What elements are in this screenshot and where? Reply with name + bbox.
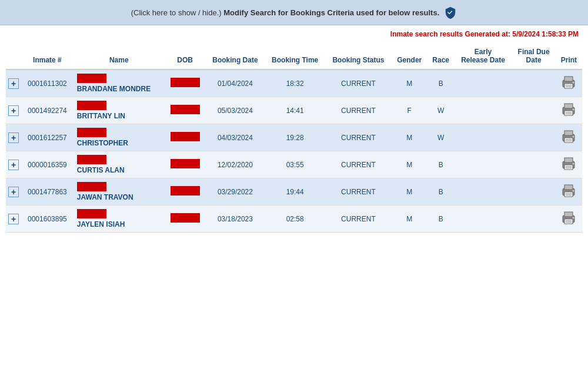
expand-button[interactable]: + xyxy=(8,160,19,170)
booking-status: CURRENT xyxy=(325,178,392,205)
table-container: Inmate # Name DOB Booking Date Booking T… xyxy=(0,43,588,238)
header-booking-status: Booking Status xyxy=(325,43,392,69)
svg-rect-16 xyxy=(566,141,572,142)
booking-time: 19:28 xyxy=(265,124,325,151)
svg-point-35 xyxy=(573,217,574,219)
inmate-dob xyxy=(165,178,206,205)
svg-point-29 xyxy=(573,190,574,192)
svg-rect-22 xyxy=(566,168,572,169)
booking-status: CURRENT xyxy=(325,151,392,178)
svg-rect-4 xyxy=(566,87,572,88)
inmate-race: B xyxy=(427,205,455,233)
final-due-date xyxy=(512,205,555,233)
header-expand xyxy=(6,43,21,69)
redacted-name-block xyxy=(77,209,106,218)
expand-cell: + xyxy=(6,69,21,97)
expand-button[interactable]: + xyxy=(8,187,19,197)
svg-rect-3 xyxy=(566,85,572,86)
print-cell[interactable] xyxy=(556,124,582,151)
print-cell[interactable] xyxy=(556,205,582,233)
header-inmate-num: Inmate # xyxy=(21,43,74,69)
header-booking-time: Booking Time xyxy=(265,43,325,69)
early-release-date xyxy=(455,205,512,233)
booking-status: CURRENT xyxy=(325,97,392,124)
booking-time: 03:55 xyxy=(265,151,325,178)
early-release-date xyxy=(455,151,512,178)
redacted-dob-block xyxy=(171,105,200,114)
inmate-name: CURTIS ALAN xyxy=(74,151,165,178)
inmate-number: 0000016359 xyxy=(21,151,74,178)
booking-date: 12/02/2020 xyxy=(206,151,265,178)
booking-date: 05/03/2024 xyxy=(206,97,265,124)
inmate-race: W xyxy=(427,97,455,124)
generated-label: Inmate search results Generated at: 5/9/… xyxy=(390,30,579,38)
booking-date: 03/29/2022 xyxy=(206,178,265,205)
inmate-name: BRITTANY LIN xyxy=(74,97,165,124)
booking-status: CURRENT xyxy=(325,69,392,97)
booking-time: 14:41 xyxy=(265,97,325,124)
inmate-gender: M xyxy=(392,178,427,205)
inmate-name: BRANDANE MONDRE xyxy=(74,69,165,97)
svg-point-5 xyxy=(573,82,574,84)
expand-button[interactable]: + xyxy=(8,132,19,143)
svg-rect-32 xyxy=(564,219,573,224)
print-cell[interactable] xyxy=(556,151,582,178)
svg-rect-1 xyxy=(564,77,573,81)
svg-rect-28 xyxy=(566,195,572,196)
print-cell[interactable] xyxy=(556,178,582,205)
print-icon xyxy=(560,130,577,144)
svg-rect-25 xyxy=(564,185,573,190)
expand-button[interactable]: + xyxy=(8,214,19,224)
redacted-name-block xyxy=(77,155,106,164)
svg-rect-10 xyxy=(566,114,572,115)
expand-button[interactable]: + xyxy=(8,78,19,89)
early-release-date xyxy=(455,178,512,205)
redacted-dob-block xyxy=(171,213,200,223)
booking-time: 19:44 xyxy=(265,178,325,205)
booking-status: CURRENT xyxy=(325,124,392,151)
header-gender: Gender xyxy=(392,43,427,69)
svg-rect-2 xyxy=(564,84,573,88)
inmate-name-text: JAYLEN ISIAH xyxy=(77,220,161,228)
inmate-name: JAWAN TRAVON xyxy=(74,178,165,205)
svg-rect-8 xyxy=(564,111,573,115)
expand-cell: + xyxy=(6,205,21,233)
final-due-date xyxy=(512,124,555,151)
print-icon xyxy=(560,75,577,89)
redacted-dob-block xyxy=(171,132,200,141)
redacted-dob-block xyxy=(171,186,200,195)
svg-rect-9 xyxy=(566,112,572,113)
inmate-name-text: CHRISTOPHER xyxy=(77,139,161,147)
top-bar[interactable]: (Click here to show / hide.) Modify Sear… xyxy=(0,0,588,25)
booking-status: CURRENT xyxy=(325,205,392,233)
inmate-number: 0001477863 xyxy=(21,178,74,205)
inmate-dob xyxy=(165,151,206,178)
expand-cell: + xyxy=(6,151,21,178)
inmate-gender: M xyxy=(392,69,427,97)
print-icon xyxy=(560,184,577,198)
redacted-name-block xyxy=(77,101,106,110)
inmate-dob xyxy=(165,124,206,151)
booking-date: 01/04/2024 xyxy=(206,69,265,97)
final-due-date xyxy=(512,178,555,205)
header-name: Name xyxy=(74,43,165,69)
booking-time: 02:58 xyxy=(265,205,325,233)
print-cell[interactable] xyxy=(556,69,582,97)
redacted-name-block xyxy=(77,74,106,83)
inmate-dob xyxy=(165,97,206,124)
inmate-gender: M xyxy=(392,151,427,178)
svg-rect-33 xyxy=(566,220,572,221)
booking-date: 03/18/2023 xyxy=(206,205,265,233)
inmate-name-text: BRITTANY LIN xyxy=(77,112,161,120)
shield-icon xyxy=(444,6,457,19)
inmates-table: Inmate # Name DOB Booking Date Booking T… xyxy=(6,43,582,233)
inmate-name: CHRISTOPHER xyxy=(74,124,165,151)
inmate-number: 0001603895 xyxy=(21,205,74,233)
print-icon xyxy=(560,211,577,225)
table-row: +0001603895JAYLEN ISIAH03/18/202302:58CU… xyxy=(6,205,582,233)
redacted-name-block xyxy=(77,128,106,137)
expand-button[interactable]: + xyxy=(8,105,19,116)
svg-rect-34 xyxy=(566,222,572,223)
print-cell[interactable] xyxy=(556,97,582,124)
header-race: Race xyxy=(427,43,455,69)
